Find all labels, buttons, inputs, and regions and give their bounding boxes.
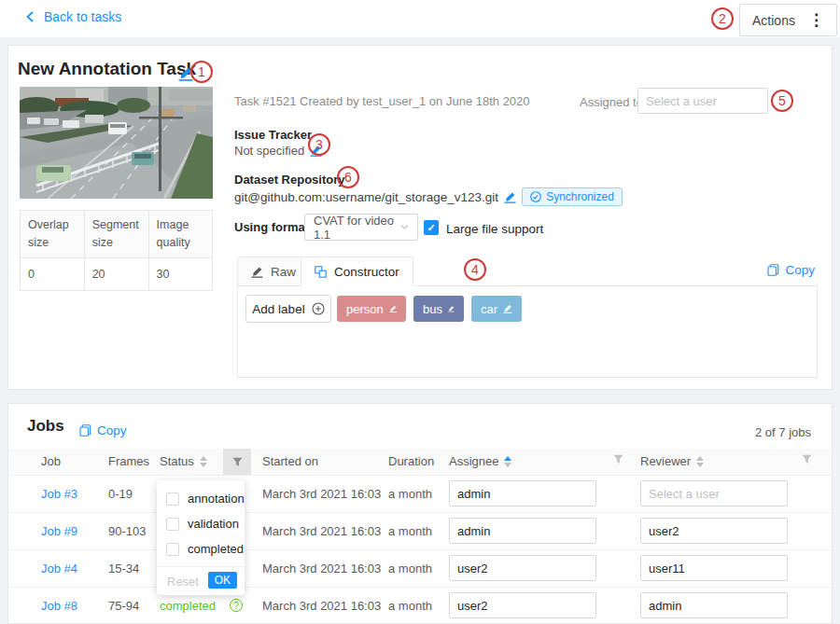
edit-label-icon[interactable] [503,303,512,314]
using-format-label: Using format: [234,220,314,234]
task-details-card: New Annotation Task [7,45,833,390]
label-chip-person-name: person [346,302,384,316]
labels-copy-button[interactable]: Copy [767,263,815,277]
kebab-menu-icon [808,10,824,30]
assignee-filter-button[interactable] [613,454,623,465]
sort-carets-icon [696,456,704,467]
job-row-2: Job #9 90-103 March 3rd 2021 16:03 a mon… [8,512,832,550]
export-format-select[interactable]: CVAT for video 1.1 [304,214,418,241]
job-reviewer-input[interactable] [640,555,788,581]
issue-tracker-value: Not specified [234,144,304,158]
filter-option-validation[interactable]: validation [157,511,245,536]
label-chip-bus-name: bus [423,302,442,316]
param-value-quality: 30 [148,257,212,290]
job-status: completed [160,599,216,613]
job-duration: a month [388,599,432,613]
job-assignee-input[interactable] [449,480,596,506]
annotation-marker-3: 3 [308,133,330,156]
jobs-copy-button[interactable]: Copy [79,423,127,437]
constructor-block-icon [315,266,327,278]
status-filter-button[interactable] [223,449,251,475]
sort-carets-icon [200,456,207,467]
job-row-4: Job #8 75-94 completed March 3rd 2021 16… [8,587,832,624]
copy-icon [767,264,779,276]
edit-repository-icon[interactable] [504,191,516,203]
param-value-segment: 20 [84,257,148,290]
job-link[interactable]: Job #4 [41,562,77,575]
sort-carets-icon [504,456,511,467]
label-chip-car[interactable]: car [471,296,522,322]
assigned-to-input[interactable] [637,88,768,114]
job-link[interactable]: Job #8 [41,599,77,613]
reviewer-filter-button[interactable] [802,454,812,465]
annotation-marker-1: 1 [190,61,213,83]
labels-copy-label: Copy [785,263,815,277]
label-chip-car-name: car [481,302,497,316]
back-to-tasks-link[interactable]: Back to tasks [24,9,121,24]
annotation-marker-6: 6 [337,166,359,188]
back-to-tasks-label: Back to tasks [44,9,121,24]
param-header-overlap: Overlap size [21,211,85,258]
task-meta: Task #1521 Created by test_user_1 on Jun… [234,94,530,108]
job-reviewer-input[interactable] [640,518,788,544]
task-parameters-table: Overlap size Segment size Image quality … [20,210,213,291]
col-started: Started on [262,454,318,468]
filter-option-label: validation [188,517,239,531]
job-started: March 3rd 2021 16:03 [262,524,381,538]
job-assignee-input[interactable] [449,518,596,544]
col-assignee-sort[interactable]: Assignee [449,454,511,468]
sync-status-badge: Synchronized [522,187,623,206]
job-reviewer-input[interactable] [640,480,788,506]
large-file-support-checkbox[interactable] [424,220,439,235]
tab-constructor[interactable]: Constructor [301,257,413,286]
add-label-button[interactable]: Add label [245,295,331,323]
param-value-overlap: 0 [21,257,85,290]
export-format-value: CVAT for video 1.1 [314,214,400,242]
job-duration: a month [388,524,432,538]
assigned-to-label: Assigned to [580,95,643,109]
param-header-quality: Image quality [148,211,212,258]
tab-raw[interactable]: Raw [237,257,310,286]
actions-label: Actions [752,13,795,28]
actions-button[interactable]: Actions [739,4,837,36]
job-frames: 75-94 [108,599,139,613]
filter-reset-button[interactable]: Reset [167,575,199,589]
checkbox-icon[interactable] [166,543,179,556]
job-frames: 15-34 [108,562,139,575]
job-link[interactable]: Job #3 [41,487,77,501]
edit-label-icon[interactable] [448,303,455,314]
job-assignee-input[interactable] [449,555,596,581]
filter-ok-button[interactable]: OK [208,572,237,589]
jobs-card: Jobs Copy 2 of 7 jobs Job Frames Status … [7,403,833,624]
checkbox-icon[interactable] [166,492,179,506]
label-chip-person[interactable]: person [337,296,406,322]
col-reviewer-label: Reviewer [640,454,691,468]
col-status-sort[interactable]: Status [160,454,207,468]
edit-label-icon[interactable] [389,303,397,314]
filter-option-completed[interactable]: completed [157,536,245,562]
col-duration: Duration [388,454,434,468]
filter-option-annotation[interactable]: annotation [157,486,245,511]
plus-circle-icon [312,302,325,315]
copy-icon [79,424,91,437]
param-header-segment: Segment size [84,211,148,258]
job-assignee-input[interactable] [449,592,596,618]
filter-funnel-icon [613,454,623,465]
job-row-1: Job #3 0-19 March 3rd 2021 16:03 a month [8,475,832,513]
label-constructor-panel: Add label person bus car [237,285,818,378]
back-arrow-icon [24,10,35,23]
checkbox-icon[interactable] [166,518,179,531]
tab-raw-label: Raw [271,265,296,279]
tab-constructor-label: Constructor [334,265,399,279]
job-duration: a month [388,562,432,575]
col-frames: Frames [108,454,149,468]
job-link[interactable]: Job #9 [41,524,77,538]
large-file-support-label: Large file support [446,222,543,236]
question-circle-icon[interactable] [230,599,243,612]
col-reviewer-sort[interactable]: Reviewer [640,454,704,468]
job-frames: 0-19 [108,487,133,501]
job-reviewer-input[interactable] [640,592,788,618]
add-label-text: Add label [252,302,304,316]
job-frames: 90-103 [108,524,146,538]
label-chip-bus[interactable]: bus [413,296,464,322]
